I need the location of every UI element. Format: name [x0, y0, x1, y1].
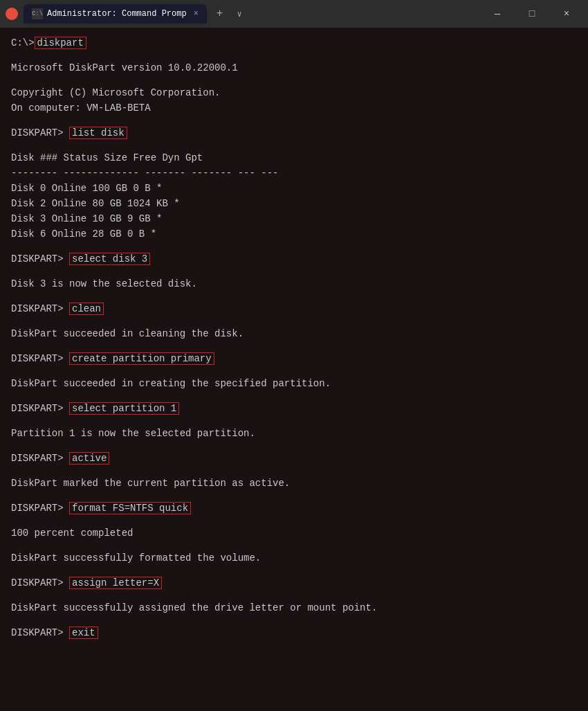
table-row: Disk 0 Online 100 GB 0 B *: [11, 183, 162, 194]
terminal-line: DiskPart succeeded in cleaning the disk.: [11, 327, 577, 341]
terminal-line: [11, 492, 577, 501]
output-text: DiskPart successfully formatted the volu…: [11, 552, 261, 564]
terminal-line: 100 percent completed: [11, 526, 577, 541]
terminal-line: Disk ### Status Size Free Dyn Gpt: [11, 151, 577, 165]
active-tab[interactable]: C:\ Administrator: Command Promp ×: [24, 4, 207, 24]
terminal-line: [11, 417, 577, 426]
diskpart-prompt: DISKPART>: [11, 303, 69, 314]
terminal-line: Copyright (C) Microsoft Corporation.: [11, 86, 577, 100]
terminal-line: [11, 591, 577, 601]
titlebar: C:\ Administrator: Command Promp × + ∨ —…: [0, 0, 588, 28]
command-highlight: create partition primary: [69, 352, 214, 365]
table-row: Disk 2 Online 80 GB 1024 KB *: [11, 198, 180, 209]
terminal-line: Disk 2 Online 80 GB 1024 KB *: [11, 197, 577, 211]
output-text: Copyright (C) Microsoft Corporation.: [11, 87, 220, 98]
table-header: Disk ### Status Size Free Dyn Gpt: [11, 152, 203, 163]
command-highlight: clean: [69, 303, 104, 315]
output-text: DiskPart succeeded in creating the speci…: [11, 378, 331, 389]
terminal-line: [11, 442, 577, 451]
terminal-line: DISKPART> clean: [11, 302, 577, 316]
command-highlight: list disk: [69, 127, 127, 139]
prompt: C:\>: [11, 37, 35, 48]
command-highlight: select disk 3: [69, 253, 150, 265]
terminal-line: [11, 392, 577, 402]
window-controls: — □ ×: [481, 3, 582, 25]
maximize-button[interactable]: □: [516, 3, 548, 25]
command-highlight: select partition 1: [69, 402, 179, 415]
output-text: Disk 3 is now the selected disk.: [11, 278, 197, 289]
terminal-line: DISKPART> active: [11, 451, 577, 466]
app-icon: [6, 8, 18, 20]
close-window-button[interactable]: ×: [551, 3, 582, 25]
titlebar-left: C:\ Administrator: Command Promp × + ∨: [6, 4, 246, 24]
diskpart-prompt: DISKPART>: [11, 453, 69, 464]
terminal-line: On computer: VM-LAB-BETA: [11, 101, 577, 116]
diskpart-prompt: DISKPART>: [11, 127, 69, 138]
command-highlight: exit: [69, 627, 98, 639]
output-text: DiskPart successfully assigned the drive…: [11, 602, 377, 613]
diskpart-prompt: DISKPART>: [11, 253, 69, 264]
terminal-line: [11, 292, 577, 302]
terminal-line: [11, 141, 577, 151]
terminal-line: [11, 566, 577, 576]
terminal-line: DiskPart successfully formatted the volu…: [11, 551, 577, 566]
terminal-line: [11, 516, 577, 526]
diskpart-prompt: DISKPART>: [11, 503, 69, 514]
command-highlight: active: [69, 452, 109, 465]
table-separator: -------- ------------- ------- ------- -…: [11, 168, 278, 179]
terminal-line: -------- ------------- ------- ------- -…: [11, 166, 577, 181]
terminal-line: Disk 6 Online 28 GB 0 B *: [11, 227, 577, 242]
table-row: Disk 3 Online 10 GB 9 GB *: [11, 213, 162, 224]
terminal-line: [11, 467, 577, 476]
terminal-line: [11, 367, 577, 377]
terminal-line: DISKPART> format FS=NTFS quick: [11, 501, 577, 516]
diskpart-prompt: DISKPART>: [11, 353, 69, 364]
diskpart-prompt: DISKPART>: [11, 627, 69, 638]
minimize-button[interactable]: —: [481, 3, 513, 25]
command-highlight: assign letter=X: [69, 577, 162, 589]
terminal-line: DISKPART> list disk: [11, 126, 577, 141]
terminal-line: [11, 342, 577, 352]
terminal-line: [11, 51, 577, 61]
terminal-line: DISKPART> select partition 1: [11, 402, 577, 416]
window: C:\ Administrator: Command Promp × + ∨ —…: [0, 0, 588, 711]
terminal-line: Partition 1 is now the selected partitio…: [11, 426, 577, 441]
terminal-line: DISKPART> exit: [11, 626, 577, 640]
terminal-line: Disk 0 Online 100 GB 0 B *: [11, 181, 577, 196]
terminal-line: Microsoft DiskPart version 10.0.22000.1: [11, 61, 577, 75]
tab-title: Administrator: Command Promp: [47, 9, 187, 19]
terminal-output[interactable]: C:\>diskpartMicrosoft DiskPart version 1…: [0, 28, 588, 711]
terminal-line: [11, 116, 577, 126]
output-text: On computer: VM-LAB-BETA: [11, 102, 151, 114]
terminal-line: DISKPART> create partition primary: [11, 352, 577, 366]
output-text: 100 percent completed: [11, 528, 133, 539]
cmd-icon: C:\: [32, 8, 43, 19]
output-text: DiskPart succeeded in cleaning the disk.: [11, 328, 244, 339]
new-tab-button[interactable]: +: [212, 6, 228, 21]
terminal-line: [11, 541, 577, 551]
command-highlight: format FS=NTFS quick: [69, 502, 191, 514]
terminal-line: DiskPart succeeded in creating the speci…: [11, 377, 577, 391]
terminal-line: [11, 616, 577, 626]
terminal-line: [11, 76, 577, 86]
terminal-line: DISKPART> assign letter=X: [11, 576, 577, 591]
output-text: Partition 1 is now the selected partitio…: [11, 428, 255, 439]
terminal-line: DiskPart successfully assigned the drive…: [11, 601, 577, 615]
diskpart-prompt: DISKPART>: [11, 403, 69, 414]
tab-close-button[interactable]: ×: [194, 9, 199, 19]
terminal-line: DiskPart marked the current partition as…: [11, 476, 577, 491]
terminal-line: Disk 3 Online 10 GB 9 GB *: [11, 212, 577, 226]
tab-dropdown-button[interactable]: ∨: [232, 8, 246, 21]
terminal-line: [11, 317, 577, 327]
command-highlight: diskpart: [35, 37, 86, 49]
output-text: DiskPart marked the current partition as…: [11, 478, 290, 489]
diskpart-prompt: DISKPART>: [11, 577, 69, 588]
terminal-line: C:\>diskpart: [11, 36, 577, 51]
output-text: Microsoft DiskPart version 10.0.22000.1: [11, 62, 238, 73]
table-row: Disk 6 Online 28 GB 0 B *: [11, 228, 156, 240]
terminal-line: DISKPART> select disk 3: [11, 252, 577, 267]
terminal-line: [11, 242, 577, 252]
terminal-line: [11, 267, 577, 277]
terminal-line: Disk 3 is now the selected disk.: [11, 277, 577, 291]
